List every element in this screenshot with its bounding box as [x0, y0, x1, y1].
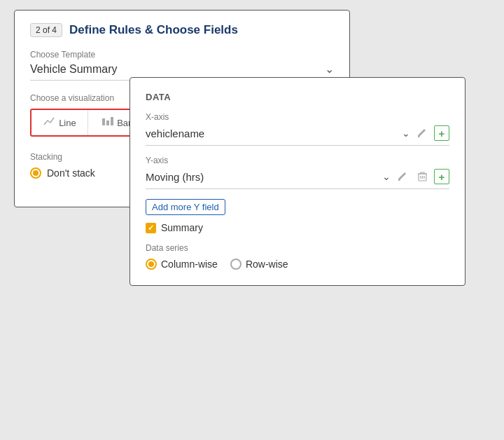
panel-section-title: DATA	[146, 92, 449, 102]
chevron-down-icon: ⌄	[325, 62, 334, 76]
bar-icon	[101, 116, 113, 130]
svg-rect-0	[102, 118, 105, 125]
add-y-field-button[interactable]: Add more Y field	[146, 199, 225, 215]
yaxis-add-icon[interactable]: +	[434, 169, 449, 184]
card-title: Define Rules & Choose Fields	[69, 23, 238, 37]
template-value: Vehicle Summary	[30, 63, 118, 76]
summary-checkbox[interactable]: ✓	[146, 223, 156, 233]
dont-stack-radio-inner	[33, 170, 38, 176]
series-row-wise[interactable]: Row-wise	[230, 259, 288, 270]
xaxis-edit-icon[interactable]	[414, 125, 430, 141]
data-series-label: Data series	[146, 243, 449, 253]
yaxis-label: Y-axis	[146, 156, 449, 165]
series-column-wise[interactable]: Column-wise	[146, 259, 218, 270]
template-label: Choose Template	[30, 50, 334, 60]
viz-option-line[interactable]: Line	[31, 110, 88, 135]
xaxis-label: X-axis	[146, 112, 449, 122]
yaxis-row: Moving (hrs) ⌄ +	[146, 169, 449, 189]
xaxis-row: vehiclename ⌄ +	[146, 125, 449, 146]
yaxis-value: Moving (hrs)	[146, 171, 382, 183]
viz-option-line-label: Line	[59, 118, 76, 128]
step-badge: 2 of 4	[30, 23, 62, 37]
line-icon	[43, 116, 55, 130]
svg-rect-2	[111, 117, 113, 125]
yaxis-edit-icon[interactable]	[395, 169, 410, 184]
xaxis-chevron-icon[interactable]: ⌄	[402, 128, 410, 139]
column-wise-label: Column-wise	[161, 259, 218, 270]
yaxis-chevron-icon[interactable]: ⌄	[382, 171, 391, 182]
series-options: Column-wise Row-wise	[146, 259, 449, 270]
xaxis-controls: ⌄ +	[402, 125, 449, 141]
row-wise-label: Row-wise	[246, 259, 288, 270]
xaxis-add-icon[interactable]: +	[434, 125, 449, 141]
xaxis-value: vehiclename	[146, 128, 402, 139]
dont-stack-radio[interactable]	[30, 167, 41, 179]
column-wise-radio[interactable]	[146, 259, 157, 270]
column-wise-radio-inner	[148, 261, 154, 267]
summary-label: Summary	[161, 222, 203, 233]
yaxis-controls: ⌄ +	[382, 169, 449, 184]
dont-stack-label: Don't stack	[47, 167, 95, 179]
summary-row[interactable]: ✓ Summary	[146, 222, 449, 233]
svg-rect-1	[106, 121, 109, 125]
data-panel: DATA X-axis vehiclename ⌄ + Y-axis Movin…	[130, 77, 465, 286]
title-row: 2 of 4 Define Rules & Choose Fields	[30, 23, 334, 37]
yaxis-delete-icon[interactable]	[414, 169, 430, 184]
row-wise-radio[interactable]	[230, 259, 241, 270]
